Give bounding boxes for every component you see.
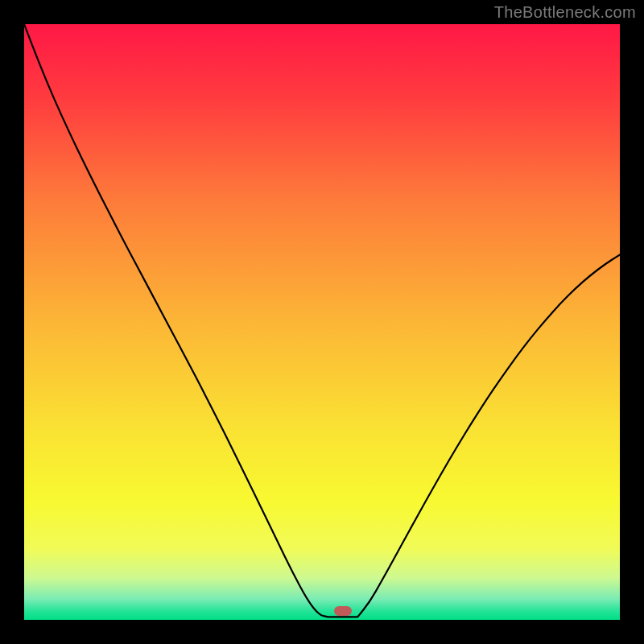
chart-svg (24, 24, 620, 620)
gradient-background (24, 24, 620, 620)
watermark-text: TheBottleneck.com (494, 3, 636, 22)
chart-stage: TheBottleneck.com (0, 0, 644, 644)
plot-area (24, 24, 620, 620)
optimum-marker (334, 606, 352, 616)
